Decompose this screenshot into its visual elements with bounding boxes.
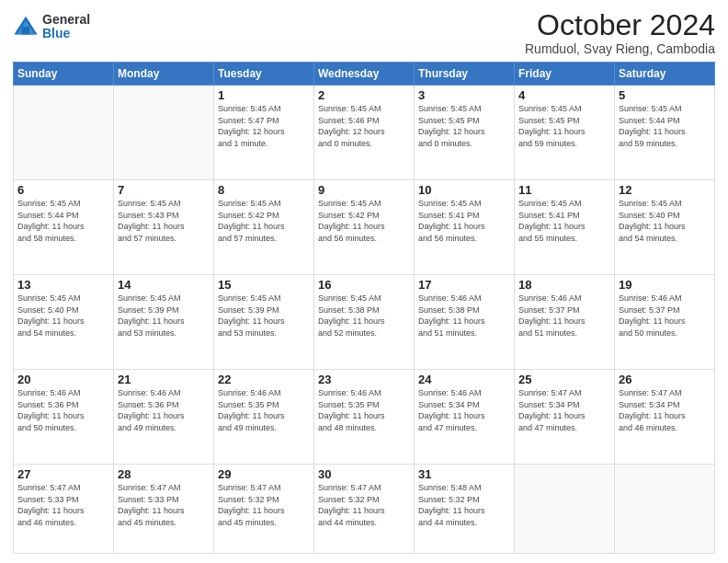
header: General Blue October 2024 Rumduol, Svay … — [13, 9, 715, 56]
calendar-cell: 26Sunrise: 5:47 AM Sunset: 5:34 PM Dayli… — [615, 370, 715, 465]
day-number: 14 — [118, 278, 210, 292]
day-number: 11 — [518, 183, 610, 197]
calendar-week-2: 6Sunrise: 5:45 AM Sunset: 5:44 PM Daylig… — [14, 180, 715, 275]
day-detail: Sunrise: 5:45 AM Sunset: 5:44 PM Dayligh… — [619, 103, 711, 149]
day-detail: Sunrise: 5:45 AM Sunset: 5:39 PM Dayligh… — [118, 293, 210, 339]
day-detail: Sunrise: 5:46 AM Sunset: 5:35 PM Dayligh… — [218, 387, 310, 433]
day-number: 19 — [619, 278, 711, 292]
svg-rect-2 — [22, 27, 29, 34]
day-detail: Sunrise: 5:45 AM Sunset: 5:40 PM Dayligh… — [619, 198, 711, 244]
day-detail: Sunrise: 5:45 AM Sunset: 5:42 PM Dayligh… — [318, 198, 410, 244]
logo-blue: Blue — [42, 27, 90, 40]
day-detail: Sunrise: 5:45 AM Sunset: 5:41 PM Dayligh… — [418, 198, 510, 244]
day-detail: Sunrise: 5:47 AM Sunset: 5:32 PM Dayligh… — [218, 482, 310, 528]
day-number: 3 — [418, 88, 510, 102]
calendar-weekday-monday: Monday — [114, 63, 214, 86]
calendar-cell: 12Sunrise: 5:45 AM Sunset: 5:40 PM Dayli… — [615, 180, 715, 275]
day-number: 8 — [218, 183, 310, 197]
day-number: 7 — [118, 183, 210, 197]
day-detail: Sunrise: 5:46 AM Sunset: 5:38 PM Dayligh… — [418, 293, 510, 339]
day-number: 22 — [218, 373, 310, 386]
day-detail: Sunrise: 5:46 AM Sunset: 5:37 PM Dayligh… — [518, 293, 610, 339]
day-detail: Sunrise: 5:45 AM Sunset: 5:42 PM Dayligh… — [218, 198, 310, 244]
calendar-cell: 19Sunrise: 5:46 AM Sunset: 5:37 PM Dayli… — [615, 275, 715, 370]
calendar-cell: 23Sunrise: 5:46 AM Sunset: 5:35 PM Dayli… — [314, 370, 415, 465]
day-detail: Sunrise: 5:48 AM Sunset: 5:32 PM Dayligh… — [418, 482, 510, 528]
calendar-cell: 7Sunrise: 5:45 AM Sunset: 5:43 PM Daylig… — [114, 180, 214, 275]
calendar-cell: 28Sunrise: 5:47 AM Sunset: 5:33 PM Dayli… — [114, 465, 214, 554]
day-number: 17 — [418, 278, 510, 292]
calendar-cell — [615, 465, 715, 554]
day-number: 31 — [418, 467, 510, 481]
day-number: 12 — [619, 183, 711, 197]
day-detail: Sunrise: 5:47 AM Sunset: 5:34 PM Dayligh… — [619, 387, 711, 433]
day-detail: Sunrise: 5:45 AM Sunset: 5:38 PM Dayligh… — [318, 293, 410, 339]
calendar-cell: 4Sunrise: 5:45 AM Sunset: 5:45 PM Daylig… — [515, 86, 615, 180]
day-detail: Sunrise: 5:46 AM Sunset: 5:35 PM Dayligh… — [318, 387, 410, 433]
calendar-cell: 13Sunrise: 5:45 AM Sunset: 5:40 PM Dayli… — [14, 275, 114, 370]
title-block: October 2024 Rumduol, Svay Rieng, Cambod… — [525, 9, 715, 56]
logo-text: General Blue — [42, 13, 90, 41]
calendar-weekday-saturday: Saturday — [615, 63, 715, 86]
calendar-cell: 27Sunrise: 5:47 AM Sunset: 5:33 PM Dayli… — [14, 465, 114, 554]
day-detail: Sunrise: 5:45 AM Sunset: 5:43 PM Dayligh… — [118, 198, 210, 244]
calendar-cell: 29Sunrise: 5:47 AM Sunset: 5:32 PM Dayli… — [214, 465, 314, 554]
calendar-header-row: SundayMondayTuesdayWednesdayThursdayFrid… — [14, 63, 715, 86]
calendar-cell: 2Sunrise: 5:45 AM Sunset: 5:46 PM Daylig… — [314, 86, 415, 180]
day-number: 30 — [318, 467, 410, 481]
calendar-week-4: 20Sunrise: 5:46 AM Sunset: 5:36 PM Dayli… — [14, 370, 715, 465]
day-number: 18 — [518, 278, 610, 292]
calendar-cell: 22Sunrise: 5:46 AM Sunset: 5:35 PM Dayli… — [214, 370, 314, 465]
calendar-cell: 5Sunrise: 5:45 AM Sunset: 5:44 PM Daylig… — [615, 86, 715, 180]
day-number: 16 — [318, 278, 410, 292]
calendar-cell: 3Sunrise: 5:45 AM Sunset: 5:45 PM Daylig… — [415, 86, 515, 180]
logo: General Blue — [13, 13, 90, 41]
day-number: 15 — [218, 278, 310, 292]
day-detail: Sunrise: 5:45 AM Sunset: 5:39 PM Dayligh… — [218, 293, 310, 339]
page: General Blue October 2024 Rumduol, Svay … — [0, 0, 728, 563]
day-number: 6 — [17, 183, 109, 197]
logo-icon — [13, 14, 39, 40]
calendar-cell: 9Sunrise: 5:45 AM Sunset: 5:42 PM Daylig… — [314, 180, 415, 275]
day-number: 24 — [418, 373, 510, 386]
calendar-week-5: 27Sunrise: 5:47 AM Sunset: 5:33 PM Dayli… — [14, 465, 715, 554]
day-detail: Sunrise: 5:47 AM Sunset: 5:33 PM Dayligh… — [17, 482, 109, 528]
day-detail: Sunrise: 5:45 AM Sunset: 5:41 PM Dayligh… — [518, 198, 610, 244]
day-detail: Sunrise: 5:47 AM Sunset: 5:34 PM Dayligh… — [518, 387, 610, 433]
calendar-weekday-friday: Friday — [515, 63, 615, 86]
calendar-week-3: 13Sunrise: 5:45 AM Sunset: 5:40 PM Dayli… — [14, 275, 715, 370]
day-detail: Sunrise: 5:45 AM Sunset: 5:45 PM Dayligh… — [418, 103, 510, 149]
calendar-cell: 11Sunrise: 5:45 AM Sunset: 5:41 PM Dayli… — [515, 180, 615, 275]
day-detail: Sunrise: 5:46 AM Sunset: 5:34 PM Dayligh… — [418, 387, 510, 433]
day-number: 10 — [418, 183, 510, 197]
day-detail: Sunrise: 5:45 AM Sunset: 5:46 PM Dayligh… — [318, 103, 410, 149]
main-title: October 2024 — [525, 9, 715, 41]
calendar-table: SundayMondayTuesdayWednesdayThursdayFrid… — [13, 62, 715, 554]
calendar-cell — [114, 86, 214, 180]
day-detail: Sunrise: 5:46 AM Sunset: 5:37 PM Dayligh… — [619, 293, 711, 339]
day-detail: Sunrise: 5:45 AM Sunset: 5:40 PM Dayligh… — [17, 293, 109, 339]
calendar-weekday-wednesday: Wednesday — [314, 63, 415, 86]
day-detail: Sunrise: 5:46 AM Sunset: 5:36 PM Dayligh… — [17, 387, 109, 433]
day-detail: Sunrise: 5:45 AM Sunset: 5:45 PM Dayligh… — [518, 103, 610, 149]
calendar-cell: 8Sunrise: 5:45 AM Sunset: 5:42 PM Daylig… — [214, 180, 314, 275]
calendar-cell: 17Sunrise: 5:46 AM Sunset: 5:38 PM Dayli… — [415, 275, 515, 370]
calendar-cell: 6Sunrise: 5:45 AM Sunset: 5:44 PM Daylig… — [14, 180, 114, 275]
calendar-cell: 25Sunrise: 5:47 AM Sunset: 5:34 PM Dayli… — [515, 370, 615, 465]
calendar-cell: 31Sunrise: 5:48 AM Sunset: 5:32 PM Dayli… — [415, 465, 515, 554]
subtitle: Rumduol, Svay Rieng, Cambodia — [525, 41, 715, 56]
calendar-cell: 21Sunrise: 5:46 AM Sunset: 5:36 PM Dayli… — [114, 370, 214, 465]
day-number: 2 — [318, 88, 410, 102]
day-number: 23 — [318, 373, 410, 386]
calendar-cell — [14, 86, 114, 180]
calendar-cell: 15Sunrise: 5:45 AM Sunset: 5:39 PM Dayli… — [214, 275, 314, 370]
day-detail: Sunrise: 5:47 AM Sunset: 5:33 PM Dayligh… — [118, 482, 210, 528]
calendar-cell: 18Sunrise: 5:46 AM Sunset: 5:37 PM Dayli… — [515, 275, 615, 370]
day-detail: Sunrise: 5:47 AM Sunset: 5:32 PM Dayligh… — [318, 482, 410, 528]
calendar-cell: 14Sunrise: 5:45 AM Sunset: 5:39 PM Dayli… — [114, 275, 214, 370]
day-number: 9 — [318, 183, 410, 197]
day-detail: Sunrise: 5:46 AM Sunset: 5:36 PM Dayligh… — [118, 387, 210, 433]
day-number: 20 — [17, 373, 109, 386]
calendar-weekday-tuesday: Tuesday — [214, 63, 314, 86]
day-number: 1 — [218, 88, 310, 102]
